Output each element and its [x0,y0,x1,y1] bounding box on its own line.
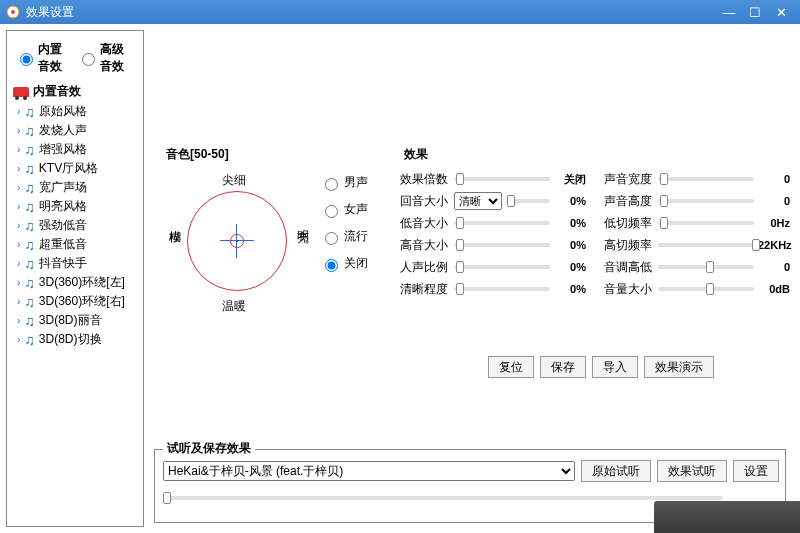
effect-label: 清晰程度 [400,281,450,298]
titlebar: 效果设置 — ☐ ✕ [0,0,800,24]
note-icon: ♫ [24,199,35,215]
effect-label: 音调高低 [604,259,654,276]
preview-original-button[interactable]: 原始试听 [581,460,651,482]
effect-slider[interactable] [454,287,550,291]
minimize-button[interactable]: — [716,5,742,20]
note-icon: ♫ [24,256,35,272]
close-button[interactable]: ✕ [768,5,794,20]
preset-item[interactable]: ›♫抖音快手 [11,254,139,273]
effect-label: 效果倍数 [400,171,450,188]
effect-row: 回音大小清晰0% [400,190,586,212]
effect-value: 0% [554,283,586,295]
effect-row: 音调高低0 [604,256,790,278]
effect-label: 声音高度 [604,193,654,210]
track-select[interactable]: HeKai&于梓贝-风景 (feat.于梓贝) [163,461,575,481]
effect-slider[interactable] [658,287,754,291]
effect-slider[interactable] [658,221,754,225]
effect-row: 清晰程度0% [400,278,586,300]
effect-value: 0 [758,173,790,185]
effect-row: 低音大小0% [400,212,586,234]
effect-slider[interactable] [658,243,754,247]
effect-label: 高切频率 [604,237,654,254]
preset-item[interactable]: ›♫3D(360)环绕[左] [11,273,139,292]
chevron-icon: › [17,201,20,212]
effect-row: 人声比例0% [400,256,586,278]
note-icon: ♫ [24,218,35,234]
preview-effect-button[interactable]: 效果试听 [657,460,727,482]
preset-item[interactable]: ›♫发烧人声 [11,121,139,140]
effect-label: 低切频率 [604,215,654,232]
effect-slider[interactable] [454,177,550,181]
import-button[interactable]: 导入 [592,356,638,378]
effect-slider[interactable] [658,177,754,181]
window-title: 效果设置 [26,4,716,21]
preset-item[interactable]: ›♫增强风格 [11,140,139,159]
chevron-icon: › [17,258,20,269]
voice-radio[interactable]: 男声 [320,174,368,191]
chevron-icon: › [17,334,20,345]
effect-slider[interactable] [454,221,550,225]
preset-item[interactable]: ›♫3D(8D)切换 [11,330,139,349]
voice-radio[interactable]: 流行 [320,228,368,245]
effect-value: 22KHz [758,239,790,251]
overlay-panel [654,501,800,533]
save-button[interactable]: 保存 [540,356,586,378]
tone-label-top: 尖细 [222,172,246,189]
effect-value: 0 [758,195,790,207]
effect-dropdown[interactable]: 清晰 [454,192,502,210]
chevron-icon: › [17,239,20,250]
preset-item[interactable]: ›♫KTV厅风格 [11,159,139,178]
effect-value: 0dB [758,283,790,295]
note-icon: ♫ [24,294,35,310]
effect-slider[interactable] [454,243,550,247]
effect-label: 低音大小 [400,215,450,232]
effect-label: 人声比例 [400,259,450,276]
effect-row: 高音大小0% [400,234,586,256]
note-icon: ♫ [24,237,35,253]
mode-builtin-radio[interactable]: 内置音效 [15,41,73,75]
preset-item[interactable]: ›♫明亮风格 [11,197,139,216]
voice-radio[interactable]: 女声 [320,201,368,218]
effect-value: 0% [554,261,586,273]
chevron-icon: › [17,296,20,307]
preset-item[interactable]: ›♫强劲低音 [11,216,139,235]
note-icon: ♫ [24,275,35,291]
effect-row: 低切频率0Hz [604,212,790,234]
note-icon: ♫ [24,104,35,120]
effect-slider[interactable] [658,199,754,203]
tree-header[interactable]: 内置音效 [7,81,143,102]
tone-group: 音色[50-50] 尖细 温暖 模糊 明亮 男声女声流行关闭 [156,156,386,336]
effects-group: 效果 效果倍数关闭回音大小清晰0%低音大小0%高音大小0%人声比例0%清晰程度0… [394,156,794,336]
effect-slider[interactable] [506,199,550,203]
sidebar: 内置音效 高级音效 内置音效 ›♫原始风格›♫发烧人声›♫增强风格›♫KTV厅风… [6,30,144,527]
maximize-button[interactable]: ☐ [742,5,768,20]
chevron-icon: › [17,277,20,288]
playback-slider[interactable] [163,496,723,500]
effect-slider[interactable] [658,265,754,269]
effect-label: 音量大小 [604,281,654,298]
effect-value: 0Hz [758,217,790,229]
preset-item[interactable]: ›♫原始风格 [11,102,139,121]
tone-legend: 音色[50-50] [162,146,233,163]
effect-value: 0% [554,195,586,207]
tone-cursor[interactable] [230,234,244,248]
mode-advanced-radio[interactable]: 高级音效 [77,41,135,75]
demo-button[interactable]: 效果演示 [644,356,714,378]
app-icon [6,5,20,19]
preset-item[interactable]: ›♫超重低音 [11,235,139,254]
effects-legend: 效果 [400,146,432,163]
preview-settings-button[interactable]: 设置 [733,460,779,482]
preset-item[interactable]: ›♫3D(8D)丽音 [11,311,139,330]
effect-slider[interactable] [454,265,550,269]
chevron-icon: › [17,315,20,326]
effect-label: 声音宽度 [604,171,654,188]
note-icon: ♫ [24,142,35,158]
reset-button[interactable]: 复位 [488,356,534,378]
chevron-icon: › [17,125,20,136]
voice-radio[interactable]: 关闭 [320,255,368,272]
preset-item[interactable]: ›♫3D(360)环绕[右] [11,292,139,311]
effect-value: 关闭 [554,172,586,187]
effect-row: 效果倍数关闭 [400,168,586,190]
preset-item[interactable]: ›♫宽广声场 [11,178,139,197]
chevron-icon: › [17,220,20,231]
